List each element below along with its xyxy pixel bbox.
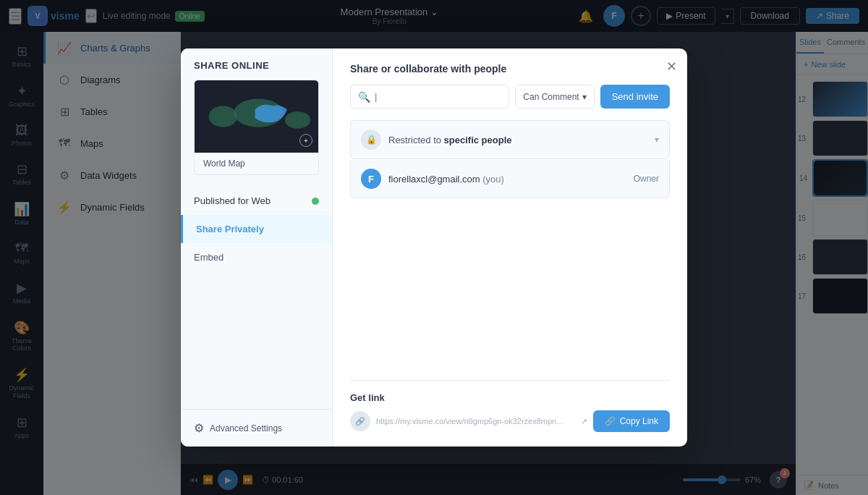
collab-avatar: F: [361, 169, 381, 189]
owner-you-label: (you): [482, 174, 504, 185]
copy-icon: 🔗: [605, 416, 616, 426]
lock-icon: 🔒: [366, 135, 377, 145]
share-collab-title: Share or collaborate with people: [350, 63, 670, 75]
collab-email: fiorellaxcl@gmail.com (you): [388, 174, 634, 185]
preview-title-label: World Map: [195, 153, 318, 174]
get-link-title: Get link: [350, 392, 670, 403]
link-url: https://my.visme.co/view/n0gmp6gn-ok32rz…: [376, 417, 575, 426]
search-icon: 🔍: [358, 91, 370, 103]
share-privately-item[interactable]: Share Privately: [181, 215, 332, 243]
embed-item[interactable]: Embed: [181, 243, 332, 271]
copy-link-button[interactable]: 🔗 Copy Link: [593, 410, 670, 432]
published-dot: [312, 198, 319, 205]
chevron-down-icon: ▾: [582, 92, 587, 102]
get-link-section: Get link 🔗 https://my.visme.co/view/n0gm…: [350, 380, 670, 432]
copy-link-label: Copy Link: [620, 416, 658, 426]
restricted-left: 🔒 Restricted to specific people: [361, 130, 512, 150]
modal-preview: + World Map: [194, 80, 319, 175]
chevron-down-icon: ▾: [655, 135, 659, 145]
link-row: 🔗 https://my.visme.co/view/n0gmp6gn-ok32…: [350, 410, 670, 432]
share-online-title: SHARE ONLINE: [194, 60, 319, 71]
modal-left-footer: ⚙ Advanced Settings: [181, 409, 332, 447]
link-icon-wrap: 🔗: [350, 411, 370, 431]
modal-left-panel: SHARE ONLINE + World Map Published for W…: [181, 48, 333, 447]
permission-select[interactable]: Can Comment ▾: [515, 85, 594, 109]
share-modal: ✕ SHARE ONLINE + World Map: [181, 48, 687, 447]
settings-icon: ⚙: [194, 421, 204, 435]
restricted-bold: specific people: [444, 135, 512, 145]
restricted-row[interactable]: 🔒 Restricted to specific people ▾: [350, 120, 670, 159]
preview-plus-icon: +: [299, 134, 312, 147]
collaborator-row: F fiorellaxcl@gmail.com (you) Owner: [350, 160, 670, 198]
search-input-wrap: 🔍: [350, 85, 509, 109]
advanced-settings-button[interactable]: ⚙ Advanced Settings: [194, 421, 282, 435]
published-for-web-item[interactable]: Published for Web: [181, 187, 332, 215]
owner-email-text: fiorellaxcl@gmail.com: [388, 174, 480, 185]
owner-role-label: Owner: [634, 174, 659, 184]
invite-search-input[interactable]: [375, 85, 501, 108]
advanced-settings-label: Advanced Settings: [210, 423, 282, 433]
svg-point-3: [285, 111, 310, 129]
published-label: Published for Web: [194, 195, 271, 206]
send-invite-button[interactable]: Send invite: [600, 85, 670, 109]
link-icon: 🔗: [355, 417, 365, 426]
external-link-icon: ↗: [581, 417, 587, 426]
restricted-text: Restricted to specific people: [388, 135, 512, 145]
permission-label: Can Comment: [523, 92, 579, 102]
modal-overlay[interactable]: ✕ SHARE ONLINE + World Map: [0, 0, 868, 495]
preview-image: +: [195, 80, 318, 153]
modal-right-panel: Share or collaborate with people 🔍 Can C…: [333, 48, 687, 447]
lock-icon-wrap: 🔒: [361, 130, 381, 150]
invite-row: 🔍 Can Comment ▾ Send invite: [350, 85, 670, 109]
modal-header: SHARE ONLINE: [181, 48, 332, 80]
svg-point-1: [209, 106, 237, 127]
modal-close-button[interactable]: ✕: [666, 59, 677, 75]
